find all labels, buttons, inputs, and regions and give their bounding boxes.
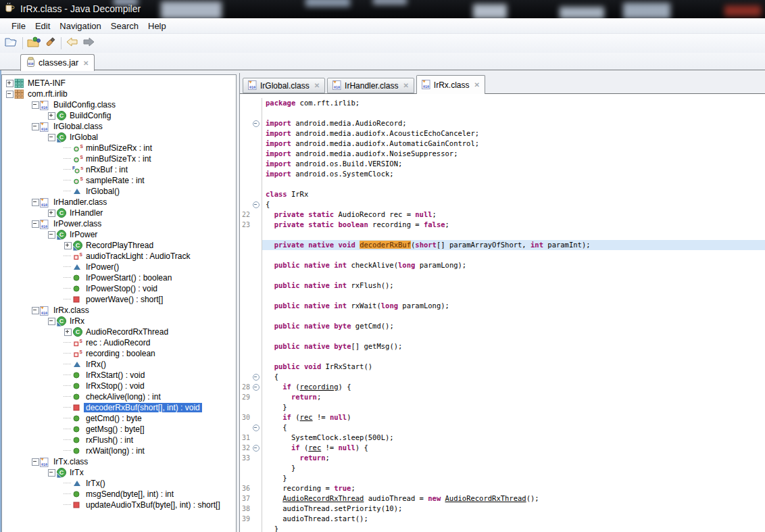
tree-item-label: IrRx() xyxy=(84,360,108,369)
search-button[interactable] xyxy=(42,36,58,51)
tree-item[interactable]: 010BuildConfig.class xyxy=(2,99,236,110)
tree-item-label: BuildConfig.class xyxy=(51,100,118,110)
fold-marker[interactable] xyxy=(251,384,262,391)
classfile-icon: 010 xyxy=(40,121,51,132)
tree-item[interactable]: checkAlive(long) : int xyxy=(2,391,236,402)
tree-item[interactable]: 010IrGlobal.class xyxy=(2,121,236,132)
tree-item[interactable]: CIrHandler xyxy=(2,208,236,218)
tree-item[interactable]: 010IrTx.class xyxy=(2,456,236,467)
keyword: native xyxy=(304,261,330,269)
tree-item[interactable]: CIrRx xyxy=(2,316,236,327)
close-tab-icon[interactable]: ✕ xyxy=(401,82,408,89)
forward-button[interactable] xyxy=(80,36,97,51)
tree-item[interactable]: IrRx() xyxy=(2,359,236,370)
tree-item[interactable]: IrPower() xyxy=(2,262,236,272)
tree-item[interactable]: updateAudioTxBuf(byte[], int) : short[] xyxy=(2,500,236,510)
tree-item[interactable]: msgSend(byte[], int) : int xyxy=(2,489,236,500)
tree-item[interactable]: SsampleRate : int xyxy=(2,175,236,186)
code-link[interactable]: rec xyxy=(308,443,321,452)
tree-item[interactable]: rxFlush() : int xyxy=(2,435,236,445)
code-view[interactable]: package com.rft.irlib;import android.med… xyxy=(240,94,765,532)
plain-code: } xyxy=(266,525,278,532)
tree-item[interactable]: rxWait(long) : int xyxy=(2,445,236,456)
expand-icon[interactable] xyxy=(47,208,56,218)
menu-edit[interactable]: Edit xyxy=(30,20,55,32)
fold-marker[interactable] xyxy=(251,120,262,127)
tree-item[interactable]: SminBufSizeRx : int xyxy=(2,143,236,153)
menu-help[interactable]: Help xyxy=(143,20,171,32)
expand-icon[interactable] xyxy=(47,110,56,121)
tree-item[interactable]: CIrTx xyxy=(2,467,236,478)
tree-item[interactable]: com.rft.irlib xyxy=(2,89,236,99)
tree-item[interactable]: Srec : AudioRecord xyxy=(2,337,236,348)
keyword: long xyxy=(398,261,415,269)
collapse-icon[interactable] xyxy=(47,229,56,240)
open-type-button[interactable] xyxy=(26,36,42,51)
expand-icon[interactable] xyxy=(64,327,72,337)
fold-marker[interactable] xyxy=(251,425,262,431)
code-link[interactable]: rec xyxy=(300,413,313,421)
collapse-icon[interactable] xyxy=(31,456,40,467)
tab-irglobal-class[interactable]: 010 IrGlobal.class ✕ xyxy=(243,78,325,93)
code-link[interactable]: AudioRecordRxThread xyxy=(282,494,364,502)
tree-item[interactable]: 010IrHandler.class xyxy=(2,197,236,208)
tree-item[interactable]: CIrPower xyxy=(2,229,236,240)
collapse-icon[interactable] xyxy=(47,132,56,143)
menu-navigation[interactable]: Navigation xyxy=(55,20,105,32)
open-file-button[interactable] xyxy=(3,36,20,51)
collapse-icon[interactable] xyxy=(31,121,40,132)
expand-icon[interactable] xyxy=(5,78,14,89)
tree-item[interactable]: SaudioTrackLight : AudioTrack xyxy=(2,251,236,262)
tree-item[interactable]: 010IrRx.class xyxy=(2,305,236,316)
menu-search[interactable]: Search xyxy=(106,20,143,32)
tab-irrx-class[interactable]: 010 IrRx.class ✕ xyxy=(416,75,485,94)
code-text xyxy=(262,291,765,301)
code-link[interactable]: recording xyxy=(300,383,339,391)
tree-item[interactable]: IrPowerStop() : void xyxy=(2,283,236,294)
fold-marker[interactable] xyxy=(251,374,262,381)
collapse-icon[interactable] xyxy=(31,197,40,208)
collapse-icon[interactable] xyxy=(31,218,40,229)
tree-item[interactable]: IrTx() xyxy=(2,478,236,489)
back-button[interactable] xyxy=(64,36,80,51)
keyword: public xyxy=(274,322,300,330)
tree-item[interactable]: IrGlobal() xyxy=(2,186,236,197)
title-bar: IrRx.class - Java Decompiler xyxy=(0,0,765,18)
code-link[interactable]: AudioRecordRxThread xyxy=(445,494,526,502)
menu-file[interactable]: File xyxy=(7,20,30,32)
tree-item[interactable]: CRecordPlayThread xyxy=(2,240,236,251)
tree-item[interactable]: 010IrPower.class xyxy=(2,218,236,229)
tree-item[interactable]: getCmd() : byte xyxy=(2,413,236,424)
tree-item[interactable]: CBuildConfig xyxy=(2,110,236,121)
tree-item[interactable]: IrRxStart() : void xyxy=(2,370,236,381)
tree-item[interactable]: decoderRxBuf(short[], int) : void xyxy=(2,402,236,413)
expand-icon[interactable] xyxy=(64,240,72,251)
tree-item[interactable]: IrRxStop() : void xyxy=(2,381,236,391)
tab-classes-jar[interactable]: 010 classes.jar ✕ xyxy=(20,54,95,71)
collapse-icon[interactable] xyxy=(31,305,40,316)
plain-code: getCmd(); xyxy=(351,322,393,330)
tree-item[interactable]: META-INF xyxy=(2,78,236,89)
tree-item[interactable]: FSnRxBuf : int xyxy=(2,164,236,175)
fold-marker[interactable] xyxy=(251,201,262,208)
keyword: byte xyxy=(334,342,351,350)
tab-irhandler-class[interactable]: 010 IrHandler.class ✕ xyxy=(327,78,414,93)
close-tab-icon[interactable]: ✕ xyxy=(473,81,480,89)
fold-marker[interactable] xyxy=(251,445,262,452)
collapse-icon[interactable] xyxy=(5,89,14,99)
tree-item[interactable]: IrPowerStart() : boolean xyxy=(2,272,236,283)
collapse-icon[interactable] xyxy=(31,99,40,110)
collapse-icon[interactable] xyxy=(47,467,56,478)
tree-item[interactable]: Srecording : boolean xyxy=(2,348,236,359)
close-tab-icon[interactable]: ✕ xyxy=(313,82,320,89)
tree-item[interactable]: getMsg() : byte[] xyxy=(2,424,236,435)
tree-item[interactable]: SminBufSizeTx : int xyxy=(2,153,236,164)
keyword: class xyxy=(266,190,287,198)
tree-item[interactable]: powerWave() : short[] xyxy=(2,294,236,305)
tree-item[interactable]: CIrGlobal xyxy=(2,132,236,143)
close-tab-icon[interactable]: ✕ xyxy=(82,59,89,67)
tree-item-label: META-INF xyxy=(26,78,68,88)
line-number: 32 xyxy=(240,444,251,452)
collapse-icon[interactable] xyxy=(47,316,56,327)
tree-item[interactable]: CAudioRecordRxThread xyxy=(2,327,236,337)
